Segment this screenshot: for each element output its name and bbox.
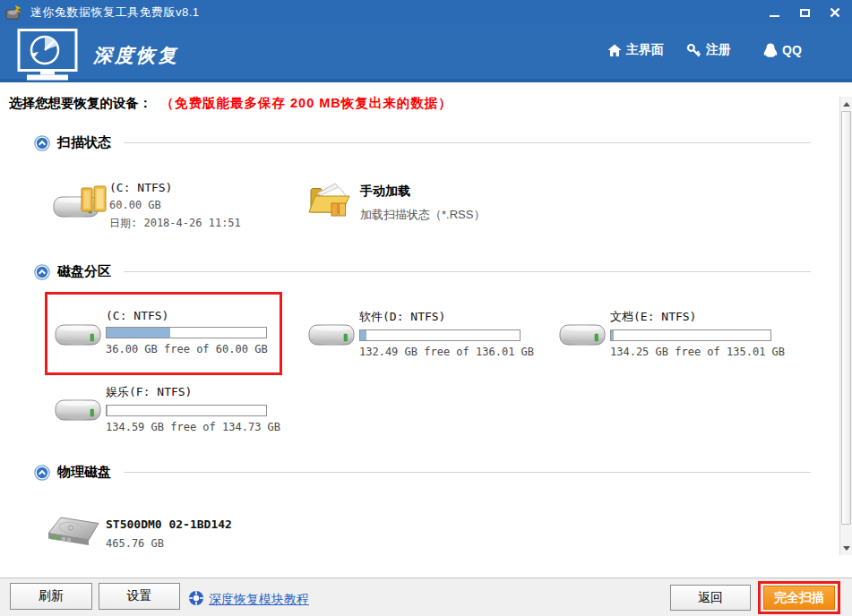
close-icon <box>829 6 841 19</box>
scrollbar-thumb[interactable] <box>841 111 851 525</box>
manual-load-item[interactable]: 手动加载 加载扫描状态（*.RSS） <box>308 181 559 227</box>
title-bar: 迷你兔数据恢复工具免费版v8.1 <box>0 0 852 25</box>
drive-icon <box>558 319 607 355</box>
physical-disk-item[interactable]: ST500DM0 02-1BD142 465.76 GB <box>47 512 315 557</box>
partition-usage-fill <box>611 330 614 340</box>
footer-bar: 刷新 设置 深度恢复模块教程 返回 完全扫描 <box>0 578 852 616</box>
device-select-notice: 选择您想要恢复的设备：（免费版能最多保存 200 MB恢复出来的数据） <box>9 95 452 112</box>
key-icon <box>686 43 701 58</box>
saved-scan-size: 60.00 GB <box>109 199 241 211</box>
minimize-icon <box>770 15 779 17</box>
section-title: 扫描状态 <box>57 134 111 151</box>
section-divider <box>124 142 811 143</box>
partition-item-f[interactable]: 娱乐(F: NTFS) 134.59 GB free of 134.73 GB <box>54 380 297 451</box>
close-button[interactable] <box>823 2 847 23</box>
manual-load-title: 手动加载 <box>360 184 485 200</box>
tutorial-link[interactable]: 深度恢复模块教程 <box>209 592 309 608</box>
nav-label: QQ <box>782 43 802 57</box>
window-title: 迷你兔数据恢复工具免费版v8.1 <box>30 4 200 21</box>
full-scan-button[interactable]: 完全扫描 <box>763 586 835 610</box>
partition-free-space: 134.59 GB free of 134.73 GB <box>106 421 294 433</box>
partition-free-space: 132.49 GB free of 136.01 GB <box>359 346 547 358</box>
arrow-up-icon <box>843 102 850 107</box>
saved-scan-item[interactable]: (C: NTFS) 60.00 GB 日期: 2018-4-26 11:51 <box>52 177 303 227</box>
qq-icon <box>763 43 778 58</box>
physical-disk-size: 465.76 GB <box>106 537 232 550</box>
refresh-button[interactable]: 刷新 <box>10 583 92 610</box>
module-title: 深度恢复 <box>93 43 179 68</box>
minimize-button[interactable] <box>762 2 786 23</box>
partition-item-e[interactable]: 文档(E: NTFS) 134.25 GB free of 135.01 GB <box>558 304 802 376</box>
home-icon <box>607 44 622 57</box>
section-physical-disks: 物理磁盘 <box>34 464 811 481</box>
partition-name: (C: NTFS) <box>106 309 294 322</box>
partition-item-c[interactable]: (C: NTFS) 36.00 GB free of 60.00 GB <box>54 304 297 376</box>
collapse-chevron-icon[interactable] <box>34 264 50 280</box>
partition-name: 文档(E: NTFS) <box>610 309 798 325</box>
physical-disk-model: ST500DM0 02-1BD142 <box>106 518 232 531</box>
nav-register[interactable]: 注册 <box>686 39 731 61</box>
partition-usage-bar <box>106 327 267 338</box>
manual-load-subtitle: 加载扫描状态（*.RSS） <box>360 207 485 223</box>
drive-icon <box>307 319 356 355</box>
nav-label: 注册 <box>706 42 731 58</box>
saved-scan-name: (C: NTFS) <box>109 181 241 194</box>
maximize-button[interactable] <box>793 2 816 23</box>
collapse-chevron-icon[interactable] <box>34 465 50 481</box>
partition-free-space: 36.00 GB free of 60.00 GB <box>106 343 294 355</box>
section-title: 磁盘分区 <box>57 263 111 280</box>
section-scan-status: 扫描状态 <box>34 134 811 151</box>
saved-scan-date: 日期: 2018-4-26 11:51 <box>109 216 241 231</box>
nav-main-interface[interactable]: 主界面 <box>607 39 664 61</box>
open-folder-icon <box>308 181 351 222</box>
collapse-chevron-icon[interactable] <box>34 135 50 151</box>
partition-usage-fill <box>107 406 108 415</box>
partition-item-d[interactable]: 软件(D: NTFS) 132.49 GB free of 136.01 GB <box>307 304 551 376</box>
partition-usage-fill <box>107 328 170 338</box>
partition-usage-bar <box>359 329 521 341</box>
nav-label: 主界面 <box>626 42 664 58</box>
partition-usage-fill <box>360 330 366 340</box>
section-divider <box>124 472 811 473</box>
drive-icon <box>54 319 102 355</box>
drive-icon <box>54 394 102 430</box>
scan-folders-icon <box>81 184 108 217</box>
partition-usage-bar <box>610 329 771 341</box>
back-button[interactable]: 返回 <box>670 585 751 611</box>
scroll-down-button[interactable] <box>840 541 852 555</box>
partition-free-space: 134.25 GB free of 135.01 GB <box>610 346 798 358</box>
nav-qq[interactable]: QQ <box>763 39 802 61</box>
hdd-icon <box>47 514 104 557</box>
partition-name: 娱乐(F: NTFS) <box>106 384 294 400</box>
section-divider <box>124 271 811 272</box>
free-version-warning: （免费版能最多保存 200 MB恢复出来的数据） <box>161 96 452 110</box>
deep-recovery-logo-icon <box>13 29 82 84</box>
section-title: 物理磁盘 <box>57 464 111 481</box>
arrow-down-icon <box>843 546 850 551</box>
partition-usage-bar <box>106 405 267 416</box>
partition-name: 软件(D: NTFS) <box>359 309 547 325</box>
section-disk-partitions: 磁盘分区 <box>34 263 811 280</box>
app-icon <box>5 4 23 21</box>
maximize-icon <box>800 9 810 17</box>
vertical-scrollbar[interactable] <box>839 97 852 555</box>
scroll-up-button[interactable] <box>840 97 852 111</box>
settings-button[interactable]: 设置 <box>99 583 180 610</box>
notice-prompt: 选择您想要恢复的设备： <box>9 96 152 110</box>
header-band: 深度恢复 主界面 注册 QQ <box>0 25 852 82</box>
help-ring-icon <box>188 590 204 610</box>
